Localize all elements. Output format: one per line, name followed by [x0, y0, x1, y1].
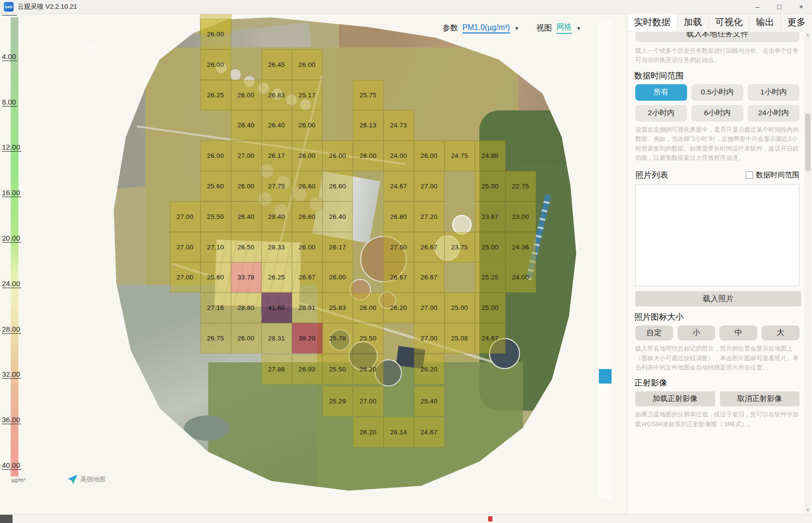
- scroll-down-icon[interactable]: ∨: [804, 506, 812, 513]
- heat-cell-value: 26.00: [207, 61, 224, 68]
- heat-cell-value: 27.00: [360, 398, 377, 405]
- heat-cell-value: 26.20: [360, 429, 377, 436]
- heat-cell-value: 26.17: [268, 152, 285, 159]
- heat-cell: 28.80: [231, 292, 261, 323]
- maximize-button[interactable]: □: [768, 0, 790, 14]
- heat-cell: 27.00: [414, 171, 444, 201]
- heat-cell: 26.00: [292, 110, 322, 140]
- heat-cell-value: 27.00: [421, 335, 438, 342]
- heat-cell: 26.00: [200, 19, 231, 49]
- heat-cell-value: 23.00: [512, 213, 529, 220]
- heat-cell-value: 24.67: [482, 335, 499, 342]
- tab-3[interactable]: 可视化: [709, 14, 750, 31]
- photo-icon-size-option[interactable]: 自定: [635, 325, 673, 340]
- heat-cell: 25.08: [444, 323, 475, 354]
- heat-cell: 23.67: [475, 201, 506, 232]
- heat-cell-value: 26.60: [299, 213, 316, 220]
- panel-scrollbar[interactable]: ∧ ∨: [804, 31, 812, 513]
- heat-cell-value: 26.20: [390, 304, 407, 311]
- view-dropdown[interactable]: 网格: [556, 22, 572, 34]
- heat-cell: 25.25: [475, 262, 506, 292]
- heat-cell-value: 24.67: [421, 429, 438, 436]
- heat-cell: 26.20: [383, 292, 414, 323]
- heat-cell: 26.00: [292, 232, 322, 262]
- load-ortho-button[interactable]: 加载正射影像: [635, 391, 715, 406]
- cancel-ortho-button[interactable]: 取消正射影像: [720, 391, 800, 406]
- heat-cell: 26.00: [231, 171, 261, 201]
- heat-cell-value: 26.00: [299, 61, 316, 68]
- load-photos-button[interactable]: 载入照片: [635, 291, 801, 307]
- tab-4[interactable]: 输出: [750, 14, 781, 31]
- heat-cell: 24.36: [506, 232, 536, 262]
- scroll-up-icon[interactable]: ∧: [804, 31, 812, 39]
- time-range-option[interactable]: 0.5小时内: [691, 84, 743, 101]
- heat-cell-value: 26.40: [268, 122, 285, 129]
- time-range-option[interactable]: 所有: [635, 84, 687, 101]
- heat-cell-value: 26.40: [238, 213, 255, 220]
- heat-cell: 26.40: [322, 201, 353, 232]
- heat-cell: 27.10: [200, 232, 231, 262]
- time-range-option[interactable]: 24小时内: [748, 105, 799, 122]
- heat-cell: 28.31: [261, 323, 292, 354]
- tab-5[interactable]: 更多: [781, 14, 812, 31]
- heat-cell: 26.25: [200, 80, 231, 110]
- heat-cell-value: 28.91: [299, 304, 316, 311]
- heat-cell: 26.67: [414, 262, 444, 292]
- heat-cell-value: 26.67: [299, 274, 316, 281]
- color-scale-tick: 28.00: [2, 325, 21, 334]
- heat-cell: 26.00: [353, 292, 383, 323]
- time-range-option[interactable]: 6小时内: [691, 105, 743, 122]
- tab-1[interactable]: 实时数据: [628, 14, 677, 31]
- photo-icon-size-option[interactable]: 中: [720, 325, 757, 340]
- photo-icon-size-option[interactable]: 小: [677, 325, 715, 340]
- heat-cell: 27.20: [414, 201, 444, 232]
- heat-cell: 26.00: [231, 80, 261, 110]
- time-range-checkbox[interactable]: [746, 171, 753, 179]
- time-range-option[interactable]: 1小时内: [748, 84, 799, 101]
- map-scrollbar[interactable]: [599, 19, 612, 499]
- heat-cell: 25.17: [292, 80, 322, 110]
- color-scale-unit: µg/m³: [12, 477, 25, 483]
- heat-cell-value: 27.86: [268, 366, 285, 373]
- panel-scrollbar-thumb[interactable]: [805, 113, 811, 171]
- heat-cell: 24.67: [414, 417, 444, 447]
- heat-cell-value: 26.67: [421, 274, 438, 281]
- heat-cell: 26.00: [231, 323, 261, 354]
- heat-cell: 26.75: [200, 323, 231, 354]
- heat-cell: 28.91: [292, 292, 322, 323]
- load-task-file-button[interactable]: 载入本地任务文件: [635, 32, 799, 42]
- heat-cell-value: 28.80: [238, 304, 255, 311]
- tab-2[interactable]: 加载: [677, 14, 709, 31]
- heat-cell-value: 25.60: [207, 274, 224, 281]
- amap-logo-text: 高德地图: [80, 475, 106, 484]
- param-dropdown[interactable]: PM1.0(µg/m³): [462, 23, 510, 33]
- chevron-down-icon[interactable]: ▼: [576, 26, 581, 31]
- heat-cell-value: 27.00: [421, 183, 438, 190]
- heat-cell-value: 26.20: [360, 366, 377, 373]
- heat-cell-value: 27.75: [268, 183, 285, 190]
- heat-cell-value: 24.75: [451, 152, 468, 159]
- heat-cell: 26.20: [353, 354, 383, 385]
- close-button[interactable]: ×: [790, 0, 812, 14]
- heat-cell: 26.60: [292, 171, 322, 201]
- heat-cell-value: 25.50: [207, 213, 224, 220]
- photo-list-box[interactable]: [635, 185, 799, 286]
- chevron-down-icon[interactable]: ▼: [514, 26, 519, 31]
- heat-cell: 25.50: [322, 354, 353, 385]
- photo-icon-size-description: 载入带有地理信息标记的照片，照片的位置会显示在地图上（图标大小可通过按钮调整），…: [635, 344, 799, 372]
- heat-cell: 26.20: [414, 354, 444, 385]
- time-range-option[interactable]: 2小时内: [635, 105, 687, 122]
- app-window: S4D 云观灵嗅 V2.2.10.21 – □ ×: [0, 0, 812, 523]
- photo-icon-size-option[interactable]: 大: [762, 325, 799, 340]
- heat-cell-value: 33.78: [238, 274, 255, 281]
- minimize-button[interactable]: –: [747, 0, 768, 14]
- heat-cell: 24.00: [506, 262, 536, 292]
- heat-cell: 27.00: [353, 386, 383, 416]
- map-canvas[interactable]: 26.0026.0026.4526.0026.2526.0026.8325.17…: [0, 14, 627, 514]
- heat-cell-value: 26.40: [238, 122, 255, 129]
- map-scrollbar-thumb[interactable]: [599, 369, 612, 384]
- heat-cell: 27.00: [414, 323, 444, 354]
- heat-cell: 25.00: [444, 292, 475, 323]
- heat-cell: 25.78: [322, 323, 353, 354]
- heat-cell: 26.13: [353, 110, 383, 140]
